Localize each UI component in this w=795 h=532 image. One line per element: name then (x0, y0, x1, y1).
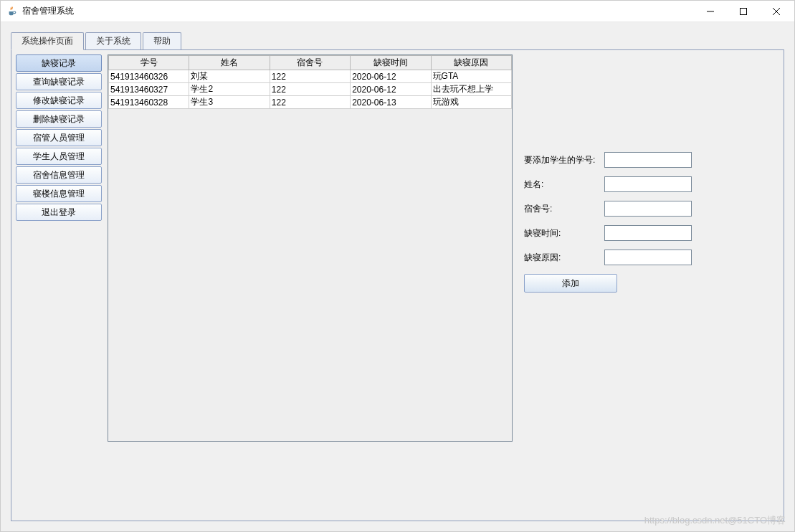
cell[interactable]: 122 (270, 96, 350, 109)
label-student-id: 要添加学生的学号: (524, 154, 604, 166)
col-absence-time[interactable]: 缺寝时间 (351, 56, 431, 70)
input-dorm-no[interactable] (604, 201, 692, 217)
form-row-dorm-no: 宿舍号: (524, 201, 779, 217)
cell[interactable]: 玩GTA (431, 70, 511, 83)
cell[interactable]: 541913460327 (109, 83, 189, 96)
col-student-id[interactable]: 学号 (109, 56, 189, 70)
cell[interactable]: 出去玩不想上学 (431, 83, 511, 96)
java-cup-icon (6, 6, 18, 17)
window-title: 宿舍管理系统 (22, 5, 694, 17)
input-student-id[interactable] (604, 152, 692, 168)
close-button[interactable] (760, 1, 793, 22)
tab-system-operation[interactable]: 系统操作页面 (11, 32, 84, 50)
sidebar-item-dorm-info[interactable]: 宿舍信息管理 (16, 166, 102, 184)
cell[interactable]: 刘某 (189, 70, 270, 83)
form-row-student-id: 要添加学生的学号: (524, 152, 779, 168)
sidebar-item-logout[interactable]: 退出登录 (16, 204, 102, 221)
col-dorm-no[interactable]: 宿舍号 (270, 56, 350, 70)
sidebar-item-modify-absence[interactable]: 修改缺寝记录 (16, 92, 102, 109)
tab-help[interactable]: 帮助 (143, 32, 181, 49)
titlebar: 宿舍管理系统 (1, 1, 794, 22)
add-form-panel: 要添加学生的学号: 姓名: 宿舍号: 缺寝时间: (521, 54, 779, 516)
svg-rect-0 (741, 8, 747, 14)
sidebar: 缺寝记录 查询缺寝记录 修改缺寝记录 删除缺寝记录 宿管人员管理 学生人员管理 … (16, 54, 102, 516)
input-name[interactable] (604, 176, 692, 192)
cell[interactable]: 122 (270, 70, 350, 83)
col-name[interactable]: 姓名 (189, 56, 270, 70)
sidebar-item-dorm-staff[interactable]: 宿管人员管理 (16, 129, 102, 146)
cell[interactable]: 2020-06-13 (351, 96, 431, 109)
input-absence-reason[interactable] (604, 250, 692, 265)
label-dorm-no: 宿舍号: (524, 203, 604, 215)
cell[interactable]: 541913460326 (109, 70, 189, 83)
app-window: 宿舍管理系统 系统操作页面 关于系统 帮助 缺寝记录 查询缺寝记录 修改缺寝记录 (0, 0, 795, 532)
cell[interactable]: 玩游戏 (431, 96, 511, 109)
tab-about-system[interactable]: 关于系统 (85, 32, 141, 49)
cell[interactable]: 2020-06-12 (351, 83, 431, 96)
tabs-strip: 系统操作页面 关于系统 帮助 (11, 32, 784, 49)
content-area: 学号 姓名 宿舍号 缺寝时间 缺寝原因 541913460326 刘某 (108, 54, 779, 516)
sidebar-item-building-info[interactable]: 寝楼信息管理 (16, 185, 102, 202)
label-name: 姓名: (524, 179, 604, 191)
table-header-row: 学号 姓名 宿舍号 缺寝时间 缺寝原因 (109, 56, 512, 70)
add-button[interactable]: 添加 (524, 274, 617, 293)
window-controls (694, 1, 793, 22)
form-row-name: 姓名: (524, 176, 779, 192)
table-row[interactable]: 541913460326 刘某 122 2020-06-12 玩GTA (109, 70, 512, 83)
minimize-button[interactable] (694, 1, 727, 22)
cell[interactable]: 541913460328 (109, 96, 189, 109)
table-wrapper: 学号 姓名 宿舍号 缺寝时间 缺寝原因 541913460326 刘某 (108, 54, 513, 442)
form-row-absence-reason: 缺寝原因: (524, 250, 779, 265)
table-empty-space (108, 109, 512, 441)
sidebar-item-student-staff[interactable]: 学生人员管理 (16, 148, 102, 165)
col-absence-reason[interactable]: 缺寝原因 (431, 56, 511, 70)
cell[interactable]: 学生2 (189, 83, 270, 96)
label-absence-time: 缺寝时间: (524, 227, 604, 239)
client-area: 系统操作页面 关于系统 帮助 缺寝记录 查询缺寝记录 修改缺寝记录 删除缺寝记录… (1, 22, 794, 531)
input-absence-time[interactable] (604, 225, 692, 241)
cell[interactable]: 2020-06-12 (351, 70, 431, 83)
sidebar-item-absence-record[interactable]: 缺寝记录 (16, 54, 102, 72)
sidebar-item-query-absence[interactable]: 查询缺寝记录 (16, 73, 102, 90)
absence-table[interactable]: 学号 姓名 宿舍号 缺寝时间 缺寝原因 541913460326 刘某 (108, 55, 512, 109)
cell[interactable]: 122 (270, 83, 350, 96)
form-row-absence-time: 缺寝时间: (524, 225, 779, 241)
table-row[interactable]: 541913460327 学生2 122 2020-06-12 出去玩不想上学 (109, 83, 512, 96)
label-absence-reason: 缺寝原因: (524, 252, 604, 264)
tab-panel: 缺寝记录 查询缺寝记录 修改缺寝记录 删除缺寝记录 宿管人员管理 学生人员管理 … (11, 49, 784, 521)
table-row[interactable]: 541913460328 学生3 122 2020-06-13 玩游戏 (109, 96, 512, 109)
maximize-button[interactable] (727, 1, 760, 22)
cell[interactable]: 学生3 (189, 96, 270, 109)
sidebar-item-delete-absence[interactable]: 删除缺寝记录 (16, 110, 102, 128)
